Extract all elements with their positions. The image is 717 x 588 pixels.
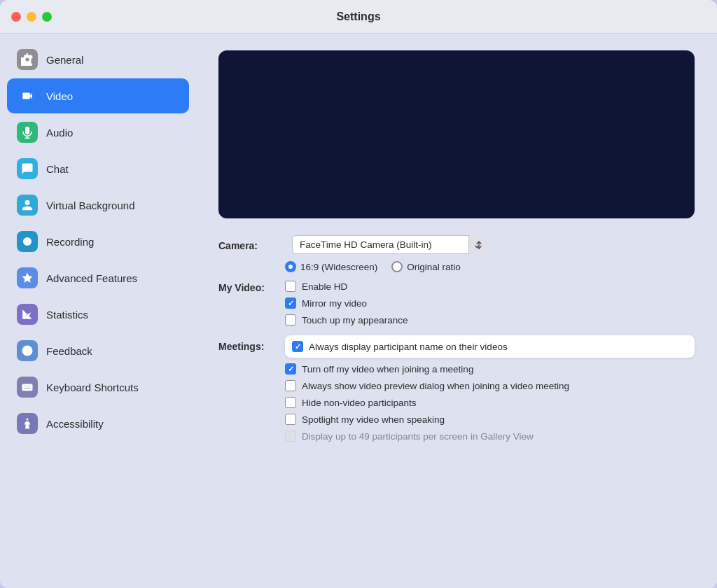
sidebar: General Video Audio (0, 34, 196, 588)
my-video-controls: Enable HD Mirror my video Touch up my ap… (285, 281, 695, 326)
mirror-video-label: Mirror my video (302, 298, 367, 309)
enable-hd-label: Enable HD (302, 281, 347, 292)
close-button[interactable] (11, 12, 21, 22)
general-icon (17, 49, 38, 70)
advanced-features-icon (17, 267, 38, 288)
content-area: Camera: FaceTime HD Camera (Built-in) (196, 34, 717, 588)
svg-point-0 (23, 237, 32, 246)
my-video-row: My Video: Enable HD Mirror my video Touc… (218, 281, 695, 326)
sidebar-label-audio: Audio (46, 127, 73, 139)
svg-rect-4 (22, 384, 33, 391)
sidebar-label-accessibility: Accessibility (46, 418, 104, 430)
touch-up-checkbox (285, 314, 296, 326)
sidebar-item-recording[interactable]: Recording (7, 224, 189, 259)
svg-point-5 (27, 419, 29, 421)
meetings-row: Meetings: Always display participant nam… (218, 335, 695, 442)
recording-icon (17, 231, 38, 252)
show-preview-label: Always show video preview dialog when jo… (302, 381, 569, 391)
show-preview-checkbox (285, 380, 296, 391)
accessibility-icon (17, 413, 38, 434)
sidebar-item-general[interactable]: General (7, 42, 189, 77)
sidebar-label-feedback: Feedback (46, 345, 92, 357)
traffic-lights (11, 12, 52, 22)
video-preview (218, 50, 695, 218)
display-name-label: Always display participant name on their… (309, 342, 508, 352)
hide-non-video-checkbox (285, 397, 296, 408)
camera-select[interactable]: FaceTime HD Camera (Built-in) (292, 235, 488, 254)
spotlight-video-checkbox (285, 414, 296, 425)
keyboard-shortcuts-icon (17, 377, 38, 398)
virtual-background-icon (17, 195, 38, 216)
video-icon (17, 85, 38, 106)
camera-label: Camera: (218, 239, 285, 251)
window-title: Settings (336, 10, 380, 23)
title-bar: Settings (0, 0, 717, 34)
maximize-button[interactable] (42, 12, 52, 22)
meetings-controls: Always display participant name on their… (285, 335, 695, 442)
meetings-label: Meetings: (218, 335, 285, 352)
checkbox-turn-off-video[interactable]: Turn off my video when joining a meeting (285, 363, 695, 374)
touch-up-label: Touch up my appearance (302, 315, 408, 326)
minimize-button[interactable] (27, 12, 36, 22)
mirror-video-checkbox (285, 298, 296, 309)
sidebar-item-advanced-features[interactable]: Advanced Features (7, 260, 189, 295)
radio-original[interactable]: Original ratio (391, 261, 461, 272)
radio-widescreen-label: 16:9 (Widescreen) (300, 262, 377, 272)
sidebar-item-audio[interactable]: Audio (7, 115, 189, 150)
sidebar-item-accessibility[interactable]: Accessibility (7, 406, 189, 441)
spotlight-video-label: Spotlight my video when speaking (302, 414, 445, 425)
radio-widescreen-circle (285, 261, 296, 272)
radio-original-label: Original ratio (407, 262, 461, 272)
svg-point-1 (22, 346, 33, 356)
radio-original-circle (391, 261, 403, 272)
sidebar-item-chat[interactable]: Chat (7, 151, 189, 186)
checkbox-show-preview[interactable]: Always show video preview dialog when jo… (285, 380, 695, 391)
checkbox-enable-hd[interactable]: Enable HD (285, 281, 695, 292)
sidebar-item-feedback[interactable]: Feedback (7, 333, 189, 368)
sidebar-label-recording: Recording (46, 236, 94, 248)
sidebar-item-virtual-background[interactable]: Virtual Background (7, 188, 189, 223)
aspect-ratio-row: 16:9 (Widescreen) Original ratio (285, 261, 695, 272)
hide-non-video-label: Hide non-video participants (302, 398, 417, 408)
camera-select-wrapper: FaceTime HD Camera (Built-in) (292, 235, 488, 254)
chat-icon (17, 158, 38, 179)
audio-icon (17, 122, 38, 143)
turn-off-video-checkbox (285, 363, 296, 374)
enable-hd-checkbox (285, 281, 296, 292)
sidebar-label-virtual-background: Virtual Background (46, 200, 134, 211)
highlighted-display-name-row: Always display participant name on their… (285, 335, 695, 358)
sidebar-item-keyboard-shortcuts[interactable]: Keyboard Shortcuts (7, 370, 189, 405)
settings-window: Settings General Video (0, 0, 717, 588)
camera-setting-row: Camera: FaceTime HD Camera (Built-in) (218, 235, 695, 254)
gallery-view-label: Display up to 49 participants per screen… (302, 431, 534, 442)
aspect-ratio-group: 16:9 (Widescreen) Original ratio (285, 261, 461, 272)
sidebar-item-video[interactable]: Video (7, 78, 189, 113)
sidebar-label-statistics: Statistics (46, 309, 88, 321)
checkbox-spotlight-video[interactable]: Spotlight my video when speaking (285, 414, 695, 425)
my-video-label: My Video: (218, 281, 285, 293)
sidebar-label-general: General (46, 54, 83, 66)
radio-widescreen[interactable]: 16:9 (Widescreen) (285, 261, 377, 272)
checkbox-gallery-view[interactable]: Display up to 49 participants per screen… (285, 430, 695, 442)
turn-off-video-label: Turn off my video when joining a meeting (302, 364, 473, 374)
sidebar-label-video: Video (46, 90, 73, 102)
checkbox-touch-up[interactable]: Touch up my appearance (285, 314, 695, 326)
sidebar-label-chat: Chat (46, 163, 69, 175)
statistics-icon (17, 304, 38, 325)
gallery-view-checkbox (285, 430, 296, 442)
feedback-icon (17, 340, 38, 361)
checkbox-hide-non-video[interactable]: Hide non-video participants (285, 397, 695, 408)
sidebar-label-advanced-features: Advanced Features (46, 272, 137, 284)
display-name-checkbox[interactable] (292, 341, 303, 352)
sidebar-label-keyboard-shortcuts: Keyboard Shortcuts (46, 382, 139, 393)
main-content: General Video Audio (0, 34, 717, 588)
checkbox-mirror-video[interactable]: Mirror my video (285, 298, 695, 309)
sidebar-item-statistics[interactable]: Statistics (7, 297, 189, 332)
